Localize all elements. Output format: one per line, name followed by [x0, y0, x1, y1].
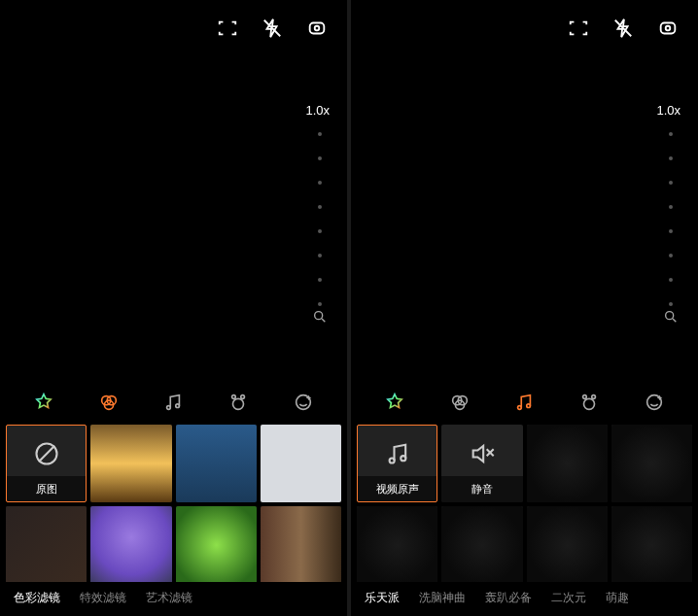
zoom-level[interactable]: 1.0x	[656, 103, 681, 118]
category-1[interactable]: 洗脑神曲	[419, 590, 466, 606]
svg-point-9	[176, 404, 180, 408]
none-icon	[33, 440, 60, 467]
mode-tabbar	[351, 382, 698, 419]
thumbnail	[176, 425, 257, 502]
music-icon[interactable]	[162, 392, 184, 413]
beauty-star-icon[interactable]	[33, 392, 54, 413]
svg-line-15	[38, 446, 53, 462]
right-tile-1[interactable]: 静音	[441, 425, 522, 502]
viewfinder[interactable]: 1.0x	[351, 47, 698, 382]
thumbnail	[357, 506, 437, 582]
right-tile-4[interactable]: Puppies Run	[357, 506, 437, 582]
tile-label: 原图	[6, 476, 87, 502]
tile-label: 静音	[441, 476, 522, 502]
filters-icon[interactable]	[98, 392, 120, 413]
settings-icon[interactable]	[306, 17, 328, 39]
svg-rect-17	[661, 23, 676, 34]
category-2[interactable]: 艺术滤镜	[146, 590, 192, 606]
right-screen: 1.0x 视频原声静音Happy MorningPlay Full LovePu…	[351, 0, 698, 616]
effects-icon[interactable]	[644, 392, 665, 413]
thumbnail	[176, 506, 257, 582]
music-grid: 视频原声静音Happy MorningPlay Full LovePuppies…	[351, 419, 698, 582]
left-tile-3[interactable]: 冬日暖阳	[261, 425, 341, 502]
category-0[interactable]: 乐天派	[365, 590, 400, 606]
filter-grid: 原图夏至未至海浪和风冬日暖阳重庆森林	[0, 419, 347, 582]
music-icon[interactable]	[513, 392, 535, 413]
effects-icon[interactable]	[293, 392, 314, 413]
right-tile-3[interactable]: Play Full Love	[611, 425, 692, 502]
left-tile-0[interactable]: 原图	[6, 425, 87, 502]
thumbnail	[90, 506, 171, 582]
topbar	[0, 0, 347, 47]
left-tile-1[interactable]: 夏至未至	[90, 425, 171, 502]
svg-point-18	[666, 26, 671, 31]
category-0[interactable]: 色彩滤镜	[14, 590, 60, 606]
right-tile-2[interactable]: Happy Morning	[527, 425, 608, 502]
thumbnail	[6, 506, 87, 582]
left-tile-7[interactable]: 重庆森林	[261, 506, 341, 582]
stickers-icon[interactable]	[227, 392, 249, 413]
thumbnail	[261, 425, 341, 502]
left-screen: 1.0x 原图夏至未至海浪和风冬日暖阳重庆森林 色彩滤镜特效滤镜艺术滤镜	[0, 0, 347, 616]
thumbnail	[441, 506, 522, 582]
svg-point-26	[584, 398, 595, 409]
category-3[interactable]: 二次元	[551, 590, 586, 606]
left-tile-6[interactable]	[176, 506, 257, 582]
music-icon	[384, 440, 411, 467]
filter-categories: 色彩滤镜特效滤镜艺术滤镜	[0, 582, 347, 616]
svg-point-24	[518, 406, 522, 410]
left-tile-5[interactable]	[90, 506, 171, 582]
svg-point-25	[527, 404, 531, 408]
left-tile-4[interactable]	[6, 506, 87, 582]
music-categories: 乐天派洗脑神曲轰趴必备二次元萌趣	[351, 582, 698, 616]
svg-point-31	[401, 456, 405, 461]
thumbnail	[611, 425, 692, 502]
thumbnail	[261, 506, 341, 582]
mute-icon	[469, 440, 496, 467]
magnifier-icon[interactable]	[663, 309, 679, 325]
svg-line-4	[322, 319, 325, 322]
right-tile-5[interactable]: Memory Train	[441, 506, 522, 582]
viewfinder[interactable]: 1.0x	[0, 47, 347, 382]
svg-point-30	[389, 458, 394, 462]
svg-point-19	[666, 312, 674, 320]
svg-point-28	[592, 395, 596, 399]
beauty-star-icon[interactable]	[384, 392, 405, 413]
left-tile-2[interactable]: 海浪和风	[176, 425, 257, 502]
svg-line-20	[673, 319, 676, 322]
zoom-scale	[669, 132, 673, 306]
category-2[interactable]: 轰趴必备	[485, 590, 532, 606]
category-4[interactable]: 萌趣	[606, 590, 629, 606]
settings-icon[interactable]	[657, 17, 679, 39]
svg-point-10	[233, 398, 244, 409]
svg-point-11	[232, 395, 236, 399]
thumbnail	[527, 506, 608, 582]
flash-off-icon[interactable]	[612, 17, 634, 39]
svg-point-27	[583, 395, 587, 399]
zoom-level[interactable]: 1.0x	[305, 103, 330, 118]
thumbnail	[527, 425, 608, 502]
svg-point-12	[241, 395, 245, 399]
mode-tabbar	[0, 382, 347, 419]
svg-point-2	[315, 26, 320, 31]
filters-icon[interactable]	[449, 392, 471, 413]
category-1[interactable]: 特效滤镜	[80, 590, 126, 606]
right-tile-6[interactable]: GroupSmile	[527, 506, 608, 582]
topbar	[351, 0, 698, 47]
right-tile-7[interactable]: AwayDay	[611, 506, 692, 582]
right-tile-0[interactable]: 视频原声	[357, 425, 437, 502]
flash-off-icon[interactable]	[262, 17, 283, 39]
aspect-ratio-icon[interactable]	[217, 17, 238, 39]
stickers-icon[interactable]	[578, 392, 600, 413]
aspect-ratio-icon[interactable]	[568, 17, 589, 39]
thumbnail	[611, 506, 692, 582]
svg-point-8	[167, 406, 171, 410]
thumbnail	[90, 425, 171, 502]
svg-rect-1	[310, 23, 325, 34]
svg-point-3	[315, 312, 323, 320]
magnifier-icon[interactable]	[312, 309, 328, 325]
tile-label: 视频原声	[357, 476, 437, 502]
zoom-scale	[318, 132, 322, 306]
